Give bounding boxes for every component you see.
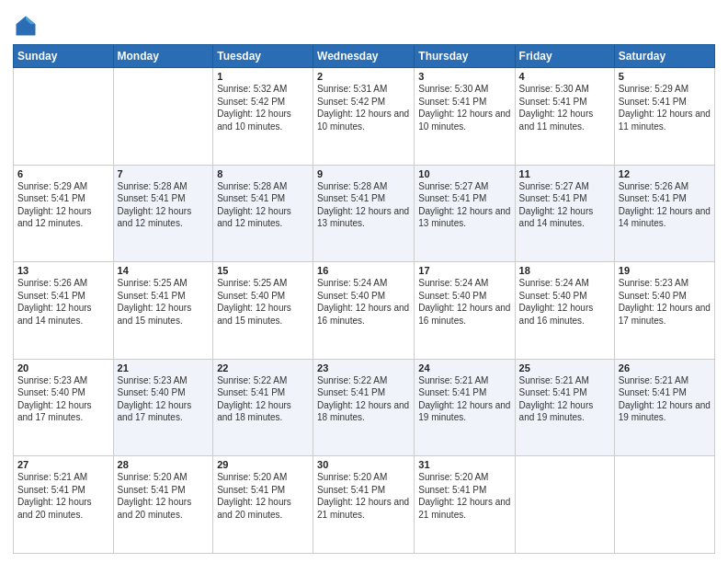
day-number: 20 (17, 362, 109, 373)
day-info: Sunrise: 5:23 AMSunset: 5:40 PMDaylight:… (118, 374, 210, 424)
calendar-cell: 3Sunrise: 5:30 AMSunset: 5:41 PMDaylight… (415, 68, 515, 166)
weekday-header-friday: Friday (515, 45, 614, 68)
calendar-cell: 28Sunrise: 5:20 AMSunset: 5:41 PMDayligh… (113, 456, 213, 554)
weekday-header-tuesday: Tuesday (213, 45, 313, 68)
day-number: 19 (619, 265, 711, 276)
day-number: 6 (17, 168, 109, 179)
day-info: Sunrise: 5:24 AMSunset: 5:40 PMDaylight:… (519, 277, 610, 327)
day-info: Sunrise: 5:21 AMSunset: 5:41 PMDaylight:… (17, 471, 109, 521)
day-number: 24 (418, 362, 510, 373)
day-info: Sunrise: 5:20 AMSunset: 5:41 PMDaylight:… (217, 471, 309, 521)
day-number: 4 (519, 71, 610, 82)
calendar-cell: 23Sunrise: 5:22 AMSunset: 5:41 PMDayligh… (313, 359, 415, 456)
calendar-cell: 26Sunrise: 5:21 AMSunset: 5:41 PMDayligh… (614, 359, 714, 456)
calendar-cell: 29Sunrise: 5:20 AMSunset: 5:41 PMDayligh… (213, 456, 313, 554)
day-info: Sunrise: 5:20 AMSunset: 5:41 PMDaylight:… (118, 471, 210, 521)
day-number: 15 (217, 265, 309, 276)
day-number: 27 (17, 459, 109, 470)
calendar-cell: 17Sunrise: 5:24 AMSunset: 5:40 PMDayligh… (415, 262, 515, 360)
calendar-cell: 16Sunrise: 5:24 AMSunset: 5:40 PMDayligh… (313, 262, 415, 360)
weekday-header-thursday: Thursday (415, 45, 515, 68)
calendar-cell: 13Sunrise: 5:26 AMSunset: 5:41 PMDayligh… (14, 262, 114, 360)
calendar-cell (113, 68, 213, 166)
day-number: 18 (519, 265, 610, 276)
day-info: Sunrise: 5:29 AMSunset: 5:41 PMDaylight:… (17, 180, 109, 230)
calendar-cell (14, 68, 114, 166)
weekday-header-saturday: Saturday (614, 45, 714, 68)
day-info: Sunrise: 5:25 AMSunset: 5:40 PMDaylight:… (217, 277, 309, 327)
calendar-table: SundayMondayTuesdayWednesdayThursdayFrid… (13, 44, 715, 554)
weekday-header-row: SundayMondayTuesdayWednesdayThursdayFrid… (14, 45, 715, 68)
day-info: Sunrise: 5:30 AMSunset: 5:41 PMDaylight:… (519, 83, 610, 132)
calendar-cell: 14Sunrise: 5:25 AMSunset: 5:41 PMDayligh… (113, 262, 213, 360)
day-number: 31 (418, 459, 510, 470)
calendar-cell: 30Sunrise: 5:20 AMSunset: 5:41 PMDayligh… (313, 456, 415, 554)
day-number: 1 (217, 71, 309, 82)
day-info: Sunrise: 5:24 AMSunset: 5:40 PMDaylight:… (418, 277, 510, 327)
calendar-cell: 19Sunrise: 5:23 AMSunset: 5:40 PMDayligh… (614, 262, 714, 360)
day-info: Sunrise: 5:20 AMSunset: 5:41 PMDaylight:… (418, 471, 510, 521)
calendar-cell: 2Sunrise: 5:31 AMSunset: 5:42 PMDaylight… (313, 68, 415, 166)
day-number: 14 (118, 265, 210, 276)
day-info: Sunrise: 5:21 AMSunset: 5:41 PMDaylight:… (619, 374, 711, 424)
day-number: 17 (418, 265, 510, 276)
day-info: Sunrise: 5:28 AMSunset: 5:41 PMDaylight:… (317, 180, 410, 230)
calendar-cell: 9Sunrise: 5:28 AMSunset: 5:41 PMDaylight… (313, 165, 415, 262)
day-number: 22 (217, 362, 309, 373)
weekday-header-wednesday: Wednesday (313, 45, 415, 68)
day-number: 12 (619, 168, 711, 179)
day-number: 8 (217, 168, 309, 179)
day-info: Sunrise: 5:21 AMSunset: 5:41 PMDaylight:… (519, 374, 610, 424)
logo (13, 13, 42, 39)
day-number: 9 (317, 168, 410, 179)
calendar-cell: 8Sunrise: 5:28 AMSunset: 5:41 PMDaylight… (213, 165, 313, 262)
week-row-3: 13Sunrise: 5:26 AMSunset: 5:41 PMDayligh… (14, 262, 715, 360)
day-number: 30 (317, 459, 410, 470)
calendar-cell (515, 456, 614, 554)
day-number: 21 (118, 362, 210, 373)
day-info: Sunrise: 5:22 AMSunset: 5:41 PMDaylight:… (217, 374, 309, 424)
day-number: 11 (519, 168, 610, 179)
day-info: Sunrise: 5:32 AMSunset: 5:42 PMDaylight:… (217, 83, 309, 132)
day-number: 28 (118, 459, 210, 470)
calendar-cell: 21Sunrise: 5:23 AMSunset: 5:40 PMDayligh… (113, 359, 213, 456)
day-info: Sunrise: 5:26 AMSunset: 5:41 PMDaylight:… (17, 277, 109, 327)
day-number: 25 (519, 362, 610, 373)
day-number: 13 (17, 265, 109, 276)
day-number: 2 (317, 71, 410, 82)
calendar-cell: 25Sunrise: 5:21 AMSunset: 5:41 PMDayligh… (515, 359, 614, 456)
day-info: Sunrise: 5:27 AMSunset: 5:41 PMDaylight:… (418, 180, 510, 230)
day-number: 5 (619, 71, 711, 82)
day-number: 26 (619, 362, 711, 373)
day-number: 10 (418, 168, 510, 179)
calendar-cell: 18Sunrise: 5:24 AMSunset: 5:40 PMDayligh… (515, 262, 614, 360)
day-info: Sunrise: 5:27 AMSunset: 5:41 PMDaylight:… (519, 180, 610, 230)
calendar-cell: 6Sunrise: 5:29 AMSunset: 5:41 PMDaylight… (14, 165, 114, 262)
day-info: Sunrise: 5:26 AMSunset: 5:41 PMDaylight:… (619, 180, 711, 230)
day-info: Sunrise: 5:29 AMSunset: 5:41 PMDaylight:… (619, 83, 711, 132)
week-row-1: 1Sunrise: 5:32 AMSunset: 5:42 PMDaylight… (14, 68, 715, 166)
day-info: Sunrise: 5:24 AMSunset: 5:40 PMDaylight:… (317, 277, 410, 327)
weekday-header-monday: Monday (113, 45, 213, 68)
day-info: Sunrise: 5:23 AMSunset: 5:40 PMDaylight:… (619, 277, 711, 327)
day-info: Sunrise: 5:22 AMSunset: 5:41 PMDaylight:… (317, 374, 410, 424)
calendar-cell: 10Sunrise: 5:27 AMSunset: 5:41 PMDayligh… (415, 165, 515, 262)
calendar-cell: 22Sunrise: 5:22 AMSunset: 5:41 PMDayligh… (213, 359, 313, 456)
calendar-cell: 27Sunrise: 5:21 AMSunset: 5:41 PMDayligh… (14, 456, 114, 554)
calendar-cell: 15Sunrise: 5:25 AMSunset: 5:40 PMDayligh… (213, 262, 313, 360)
day-info: Sunrise: 5:25 AMSunset: 5:41 PMDaylight:… (118, 277, 210, 327)
day-number: 7 (118, 168, 210, 179)
calendar-cell: 11Sunrise: 5:27 AMSunset: 5:41 PMDayligh… (515, 165, 614, 262)
page: SundayMondayTuesdayWednesdayThursdayFrid… (0, 0, 728, 563)
day-number: 3 (418, 71, 510, 82)
calendar-cell (614, 456, 714, 554)
day-info: Sunrise: 5:28 AMSunset: 5:41 PMDaylight:… (118, 180, 210, 230)
day-number: 16 (317, 265, 410, 276)
day-number: 29 (217, 459, 309, 470)
calendar-cell: 5Sunrise: 5:29 AMSunset: 5:41 PMDaylight… (614, 68, 714, 166)
day-info: Sunrise: 5:28 AMSunset: 5:41 PMDaylight:… (217, 180, 309, 230)
header (13, 9, 715, 39)
weekday-header-sunday: Sunday (14, 45, 114, 68)
calendar-cell: 12Sunrise: 5:26 AMSunset: 5:41 PMDayligh… (614, 165, 714, 262)
week-row-5: 27Sunrise: 5:21 AMSunset: 5:41 PMDayligh… (14, 456, 715, 554)
